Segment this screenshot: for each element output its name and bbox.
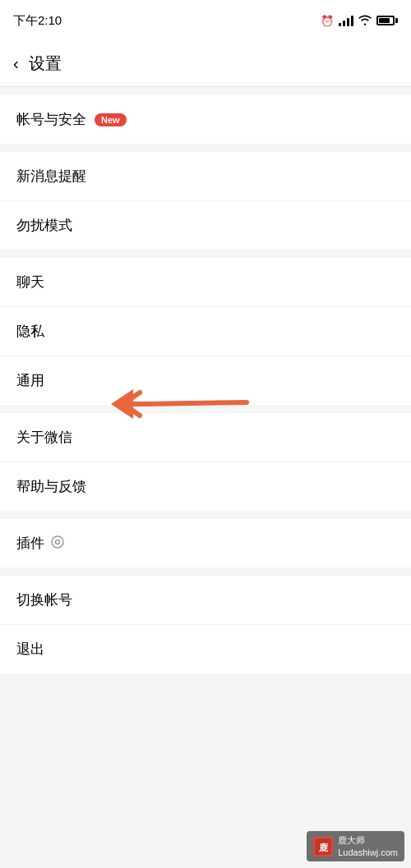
section-features: 聊天 隐私 通用 [0,258,411,405]
list-item-new-message[interactable]: 新消息提醒 [0,152,411,201]
watermark-text: 鹿大师 Ludashiwj.com [338,834,398,858]
separator-7 [0,673,411,682]
switch-account-label: 切换帐号 [16,590,72,609]
list-item-switch-account[interactable]: 切换帐号 [0,576,411,625]
back-button[interactable]: ‹ [13,54,19,73]
svg-point-1 [52,536,63,548]
page-title: 设置 [29,53,62,75]
plugins-label: 插件 [16,534,44,553]
svg-text:鹿: 鹿 [318,843,329,852]
new-message-label: 新消息提醒 [16,167,86,186]
alarm-icon: ⏰ [321,15,334,27]
separator-5 [0,511,411,519]
status-icons: ⏰ [321,14,398,28]
general-label: 通用 [16,371,44,390]
list-item-about-wechat[interactable]: 关于微信 [0,413,411,462]
separator-4 [0,405,411,413]
section-plugins: 插件 [0,519,411,567]
list-item-logout[interactable]: 退出 [0,625,411,673]
status-bar: 下午2:10 ⏰ [0,0,411,41]
list-item-dnd[interactable]: 勿扰模式 [0,201,411,250]
privacy-label: 隐私 [16,322,44,341]
nav-bar: ‹ 设置 [0,41,411,87]
status-time: 下午2:10 [13,13,62,29]
watermark: 鹿 鹿大师 Ludashiwj.com [307,831,404,861]
separator-3 [0,250,411,258]
wifi-icon [358,14,372,28]
separator-1 [0,87,411,95]
svg-point-2 [56,540,60,544]
account-security-label: 帐号与安全 [16,110,86,129]
separator-6 [0,567,411,576]
watermark-logo: 鹿 [313,837,333,857]
section-account-actions: 切换帐号 退出 [0,576,411,673]
chat-label: 聊天 [16,273,44,292]
list-item-plugins[interactable]: 插件 [0,519,411,567]
list-item-chat[interactable]: 聊天 [0,258,411,307]
section-notifications: 新消息提醒 勿扰模式 [0,152,411,250]
list-item-privacy[interactable]: 隐私 [0,307,411,356]
help-feedback-label: 帮助与反馈 [16,477,86,496]
list-item-general[interactable]: 通用 [0,356,411,405]
about-wechat-label: 关于微信 [16,428,72,447]
list-item-help-feedback[interactable]: 帮助与反馈 [0,462,411,511]
battery-icon [376,16,398,25]
separator-2 [0,144,411,152]
new-badge: New [95,113,127,126]
signal-icon [339,15,353,26]
section-about: 关于微信 帮助与反馈 [0,413,411,511]
logout-label: 退出 [16,640,44,659]
list-item-account-security[interactable]: 帐号与安全 New [0,95,411,144]
dnd-label: 勿扰模式 [16,216,72,235]
section-account: 帐号与安全 New [0,95,411,144]
plugin-location-icon [51,535,64,551]
